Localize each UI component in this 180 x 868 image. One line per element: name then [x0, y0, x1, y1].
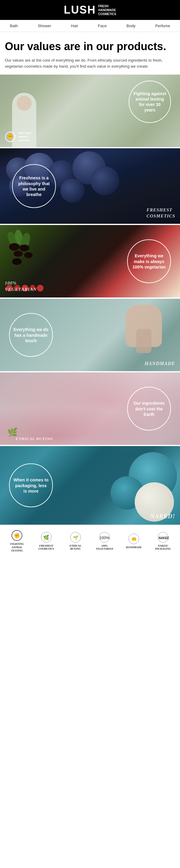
bottom-icon-freshest: 🌿 FRESHESTCOSMETICS: [33, 532, 60, 551]
bean-5: [12, 258, 22, 265]
svg-text:✊: ✊: [7, 133, 14, 140]
handmade-circle-text: Everything we do has a handmade touch: [13, 327, 49, 343]
vegetarian-circle-text: Everything we make is always 100% vegeta…: [131, 253, 167, 270]
bottom-icon-fighting: ✊ FIGHTINGANIMALTESTING: [3, 530, 30, 552]
tagline-line2: HANDMADE: [98, 8, 116, 12]
bottom-icon-vegetarian: 100% 100%VEGETARIAN: [91, 532, 118, 551]
value-freshness: Freshness is a philosophy that we live a…: [0, 148, 180, 224]
naked-circle: When it comes to packaging, less is more: [9, 464, 53, 507]
arm-shape: [136, 329, 151, 353]
cran-5: [37, 285, 43, 291]
bean-1: [9, 243, 20, 251]
nav-shower[interactable]: Shower: [36, 23, 52, 29]
nav-hair[interactable]: Hair: [70, 23, 80, 29]
fighting-circle: Fighting against animal testing for over…: [129, 81, 171, 123]
svg-text:NAKED!: NAKED!: [158, 536, 169, 540]
berry-5: [91, 166, 119, 195]
bottom-fighting-icon: ✊: [11, 530, 23, 541]
bottom-values-bar: ✊ FIGHTINGANIMALTESTING 🌿 FRESHESTCOSMET…: [0, 525, 180, 557]
bottom-naked-label: NAKED!PACKAGING: [155, 544, 171, 551]
logo-lush[interactable]: LUSH: [64, 4, 96, 16]
value-vegetarian: Everything we make is always 100% vegeta…: [0, 225, 180, 298]
bottom-freshest-label: FRESHESTCOSMETICS: [38, 544, 54, 551]
nav-face[interactable]: Face: [97, 23, 108, 29]
hero-description: Our values are at the core of everything…: [5, 57, 175, 70]
value-handmade: Everything we do has a handmade touch HA…: [0, 299, 180, 371]
tagline-line1: FRESH: [98, 4, 116, 8]
vegetarian-circle: Everything we make is always 100% vegeta…: [127, 240, 171, 283]
freshness-watermark: FRESHESTCOSMETICS: [147, 207, 175, 219]
naked-circle-text: When it comes to packaging, less is more: [13, 477, 49, 494]
bottom-icon-handmade: 🤲 HANDMADE: [120, 533, 147, 549]
value-naked: When it comes to packaging, less is more…: [0, 446, 180, 525]
value-ethical: Our ingredients don't cost the Earth 🌿 E…: [0, 372, 180, 445]
bean-4: [24, 252, 33, 258]
main-nav: Bath Shower Hair Face Body Perfume: [0, 20, 180, 32]
nav-perfume[interactable]: Perfume: [154, 23, 171, 29]
bottom-handmade-icon: 🤲: [128, 533, 140, 545]
fighting-circle-text: Fighting against animal testing for over…: [133, 91, 167, 113]
coffee-area: [9, 243, 51, 273]
bottom-ethical-icon: 🌱: [70, 532, 81, 543]
value-fighting: ✊ FIGHTINGANIMALTESTING Fighting against…: [0, 74, 180, 147]
bottom-icon-ethical: 🌱 ETHICALBUYING: [62, 532, 89, 551]
svg-text:🌿: 🌿: [7, 427, 18, 437]
fighting-text-label: FIGHTINGANIMALTESTING: [18, 132, 31, 142]
hands-area: [126, 305, 171, 359]
bottom-fighting-label: FIGHTINGANIMALTESTING: [10, 542, 24, 552]
naked-watermark: NAKED!: [150, 513, 175, 520]
vegetarian-watermark: 100%VEGETARIAN: [5, 280, 37, 293]
handmade-watermark: HANDMADE: [145, 361, 175, 366]
bean-3: [13, 251, 23, 257]
svg-text:100%: 100%: [100, 535, 110, 540]
ethical-circle: Our ingredients don't cost the Earth: [127, 387, 171, 431]
freshness-circle-text: Freshness is a philosophy that we live a…: [16, 175, 52, 197]
nav-body[interactable]: Body: [125, 23, 137, 29]
person-head: [17, 96, 32, 111]
bean-2: [20, 245, 29, 251]
freshness-circle: Freshness is a philosophy that we live a…: [12, 164, 56, 208]
tagline-line3: COSMETICS: [98, 12, 116, 16]
bottom-vegetarian-icon: 100%: [99, 532, 110, 543]
bottom-ethical-label: ETHICALBUYING: [69, 544, 82, 551]
fighting-animal-icon: ✊: [5, 131, 16, 142]
fighting-label: ✊ FIGHTINGANIMALTESTING: [5, 131, 31, 142]
bottom-handmade-label: HANDMADE: [126, 546, 142, 549]
bottom-naked-icon: NAKED!: [157, 532, 169, 543]
ethical-circle-text: Our ingredients don't cost the Earth: [131, 401, 167, 417]
svg-text:🤲: 🤲: [131, 537, 137, 542]
handmade-circle: Everything we do has a handmade touch: [9, 313, 53, 357]
logo-container: LUSH FRESH HANDMADE COSMETICS: [64, 4, 116, 16]
logo-tagline: FRESH HANDMADE COSMETICS: [98, 4, 116, 16]
bottom-vegetarian-label: 100%VEGETARIAN: [96, 544, 114, 551]
hero-title: Our values are in our products.: [5, 40, 175, 53]
berry-7: [60, 179, 85, 203]
nav-bath[interactable]: Bath: [9, 23, 19, 29]
ethical-watermark: ETHICAL BUYING: [16, 436, 53, 441]
ethical-plant-icon: 🌿: [6, 426, 18, 438]
site-header: LUSH FRESH HANDMADE COSMETICS: [0, 0, 180, 20]
bottom-freshest-icon: 🌿: [40, 532, 52, 543]
svg-text:🌱: 🌱: [73, 535, 78, 540]
fighting-icon-group: ✊ FIGHTINGANIMALTESTING: [5, 131, 31, 142]
bottom-icon-naked: NAKED! NAKED!PACKAGING: [150, 532, 177, 551]
svg-text:✊: ✊: [14, 533, 20, 538]
hero-section: Our values are in our products. Our valu…: [0, 32, 180, 74]
svg-text:🌿: 🌿: [43, 534, 49, 540]
